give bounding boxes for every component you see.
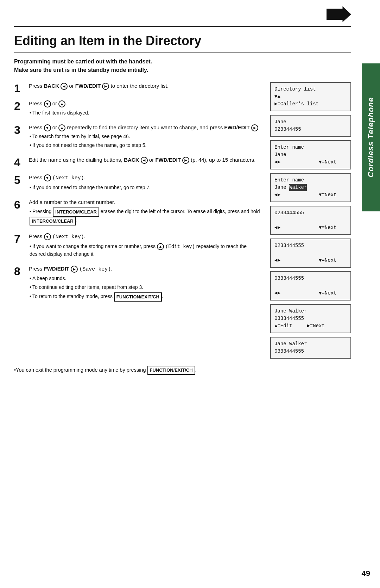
down4-key-icon: ▼ xyxy=(44,233,51,240)
step-3-bullet2: If you do not need to change the name, g… xyxy=(30,142,264,149)
up2-key-icon: ▲ xyxy=(58,124,65,131)
lcd-7-line3: ◄► ▼=Next xyxy=(274,290,347,297)
lcd-7-line2 xyxy=(274,282,347,290)
step-7-text: Press ▼ (Next key). xyxy=(29,233,264,241)
sidebar-tab: Cordless Telephone xyxy=(362,63,380,211)
step-3-text: Press ▼ or ▲ repeatedly to find the dire… xyxy=(29,124,264,132)
step-6-bullet1: Pressing INTERCOM/CLEAR erases the digit… xyxy=(30,208,264,225)
lcd-screen-2: Jane 023344455 xyxy=(270,115,351,137)
down3-key-icon: ▼ xyxy=(44,174,51,181)
step-4-number: 4 xyxy=(14,157,25,168)
step-3-content: Press ▼ or ▲ repeatedly to find the dire… xyxy=(29,124,264,151)
lcd-screen-9: Jane Walker 0333444555 xyxy=(270,337,351,359)
step-1-content: Press BACK ◄ or FWD/EDIT ► to enter the … xyxy=(29,82,264,92)
step-7-number: 7 xyxy=(14,233,25,245)
fwdedit-key-icon: ► xyxy=(102,83,109,90)
arrow-header xyxy=(14,0,351,26)
fwdedit3-key-icon: ► xyxy=(182,157,189,164)
step-8-content: Press FWD/EDIT ► (Save key). A beep soun… xyxy=(29,265,264,303)
step-6: 6 Add a number to the current number. Pr… xyxy=(14,198,264,227)
step-5: 5 Press ▼ (Next key). If you do not need… xyxy=(14,174,264,193)
lcd-screen-6: 0233444555 ◄► ▼=Next xyxy=(270,239,351,268)
lcd-2-line2: 023344455 xyxy=(274,126,347,133)
lcd-8-line2: 0333444555 xyxy=(274,315,347,322)
next-arrow-icon xyxy=(327,6,351,22)
top-border-line xyxy=(14,26,351,27)
step-2-text: Press ▼ or ▲. xyxy=(29,100,264,108)
step-4: 4 Edit the name using the dialling butto… xyxy=(14,156,264,168)
step-2-content: Press ▼ or ▲. The first item is displaye… xyxy=(29,100,264,118)
step-6-number: 6 xyxy=(14,199,25,210)
step-2: 2 Press ▼ or ▲. The first item is displa… xyxy=(14,100,264,118)
fwdedit4-key-icon: ► xyxy=(71,266,78,273)
lcd-8-line3: ▲=Edit ►=Next xyxy=(274,322,347,330)
step-8-text: Press FWD/EDIT ► (Save key). xyxy=(29,265,264,274)
down-key-icon: ▼ xyxy=(44,100,51,107)
step-6-content: Add a number to the current number. Pres… xyxy=(29,198,264,227)
step-4-text: Edit the name using the dialling buttons… xyxy=(29,156,264,164)
page-number: 49 xyxy=(362,569,370,578)
step-2-number: 2 xyxy=(14,100,25,112)
step-1-text: Press BACK ◄ or FWD/EDIT ► to enter the … xyxy=(29,82,264,90)
step-6-text: Add a number to the current number. xyxy=(29,198,264,206)
step-8-bullet2: To continue editing other items, repeat … xyxy=(30,284,264,291)
subtitle-line1: Programming must be carried out with the… xyxy=(14,57,351,66)
lcd-4-line1: Enter name xyxy=(274,177,347,184)
lcd-6-line3: ◄► ▼=Next xyxy=(274,257,347,264)
lcd-1-line3: ►=Caller's list xyxy=(274,100,347,108)
step-2-bullet1: The first item is displayed. xyxy=(30,109,264,117)
step-3-number: 3 xyxy=(14,124,25,136)
footer-note: •You can exit the programming mode any t… xyxy=(14,366,351,375)
lcd-1-line2: ▼▲ xyxy=(274,93,347,100)
lcd-screen-5: 0233444555 ◄► ▼=Next xyxy=(270,206,351,235)
steps-column: 1 Press BACK ◄ or FWD/EDIT ► to enter th… xyxy=(14,82,264,309)
intercom-clear-key: INTERCOM/CLEAR xyxy=(53,208,99,217)
page-title: Editing an Item in the Directory xyxy=(14,33,351,52)
lcd-5-line1: 0233444555 xyxy=(274,209,347,217)
lcd-3-line2: Jane xyxy=(274,151,347,159)
lcd-screen-8: Jane Walker 0333444555 ▲=Edit ►=Next xyxy=(270,304,351,333)
step-4-content: Edit the name using the dialling buttons… xyxy=(29,156,264,166)
up-key-icon: ▲ xyxy=(58,100,65,107)
step-8-bullet1: A beep sounds. xyxy=(30,275,264,282)
lcd-screen-1: Directory list ▼▲ ►=Caller's list xyxy=(270,82,351,111)
lcd-3-line1: Enter name xyxy=(274,144,347,151)
back-key-icon: ◄ xyxy=(61,83,68,90)
step-1-number: 1 xyxy=(14,83,25,94)
lcd-5-line2 xyxy=(274,217,347,224)
lcd-screen-4: Enter name Jane Walker ◄► ▼=Next xyxy=(270,173,351,202)
lcd-2-line1: Jane xyxy=(274,118,347,126)
lcd-9-line1: Jane Walker xyxy=(274,340,347,348)
lcd-screens-column: Directory list ▼▲ ►=Caller's list Jane 0… xyxy=(270,82,351,359)
lcd-3-line3: ◄► ▼=Next xyxy=(274,159,347,166)
step-7: 7 Press ▼ (Next key). If you want to cha… xyxy=(14,233,264,259)
step-3: 3 Press ▼ or ▲ repeatedly to find the di… xyxy=(14,124,264,151)
lcd-screen-7: 0333444555 ◄► ▼=Next xyxy=(270,271,351,301)
function-exit-ch-footer-key: FUNCTION/EXIT/CH xyxy=(147,366,195,375)
up3-key-icon: ▲ xyxy=(157,243,164,250)
step-5-number: 5 xyxy=(14,174,25,186)
lcd-1-line1: Directory list xyxy=(274,86,347,93)
step-1: 1 Press BACK ◄ or FWD/EDIT ► to enter th… xyxy=(14,82,264,94)
step-8-number: 8 xyxy=(14,266,25,277)
subtitle: Programming must be carried out with the… xyxy=(14,57,351,74)
step-5-content: Press ▼ (Next key). If you do not need t… xyxy=(29,174,264,193)
step-7-content: Press ▼ (Next key). If you want to chang… xyxy=(29,233,264,259)
step-7-bullet1: If you want to change the storing name o… xyxy=(30,243,264,258)
intercom-clear-key2: INTERCOM/CLEAR xyxy=(30,217,76,226)
lcd-4-line2: Jane Walker xyxy=(274,184,347,191)
lcd-6-line1: 0233444555 xyxy=(274,242,347,249)
step-5-bullet1: If you do not need to change the number,… xyxy=(30,184,264,191)
fwdedit2-key-icon: ► xyxy=(251,124,258,131)
function-exit-ch-key: FUNCTION/EXIT/CH xyxy=(114,292,162,302)
lcd-9-line2: 0333444555 xyxy=(274,348,347,355)
down2-key-icon: ▼ xyxy=(44,124,51,131)
lcd-6-line2 xyxy=(274,249,347,257)
lcd-highlight-walker: Walker xyxy=(289,184,307,191)
lcd-7-line1: 0333444555 xyxy=(274,275,347,282)
lcd-screen-3: Enter name Jane ◄► ▼=Next xyxy=(270,140,351,169)
lcd-8-line1: Jane Walker xyxy=(274,308,347,315)
lcd-4-line3: ◄► ▼=Next xyxy=(274,191,347,199)
step-8-bullet3: To return to the standby mode, press FUN… xyxy=(30,292,264,302)
lcd-5-line3: ◄► ▼=Next xyxy=(274,224,347,231)
